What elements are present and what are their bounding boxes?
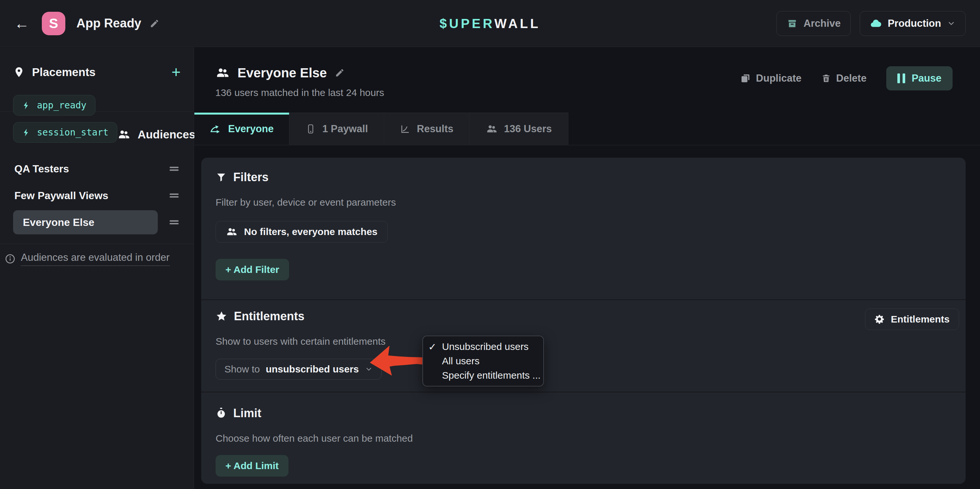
dropdown-value: unsubscribed users bbox=[266, 364, 359, 375]
menu-item-label: Unsubscribed users bbox=[442, 341, 528, 352]
placement-item-app-ready[interactable]: app_ready bbox=[13, 95, 95, 116]
tab-label: 1 Paywall bbox=[323, 123, 368, 135]
menu-item-label: Specify entitlements ... bbox=[442, 370, 541, 381]
audiences-order-note[interactable]: Audiences are evaluated in order bbox=[0, 252, 194, 266]
pause-label: Pause bbox=[912, 73, 942, 84]
drag-handle-icon[interactable] bbox=[167, 189, 181, 202]
app-title: App Ready bbox=[76, 16, 141, 30]
tab-results[interactable]: Results bbox=[384, 113, 469, 145]
manage-entitlements-button[interactable]: Entitlements bbox=[865, 308, 959, 330]
duplicate-icon bbox=[740, 73, 751, 84]
environment-selector[interactable]: Production bbox=[860, 11, 966, 36]
check-icon: ✓ bbox=[428, 341, 436, 352]
split-arrows-icon bbox=[210, 124, 221, 135]
page-title: Everyone Else bbox=[237, 66, 327, 80]
archive-button[interactable]: Archive bbox=[776, 11, 851, 36]
logo-accent: $UPER bbox=[440, 16, 495, 30]
cloud-icon bbox=[870, 17, 882, 29]
dropdown-prefix: Show to bbox=[224, 364, 260, 375]
sidebar: Placements + app_ready session_start bbox=[0, 47, 194, 489]
menu-item-all-users[interactable]: All users bbox=[423, 354, 543, 368]
audience-settings-card: Filters Filter by user, device or event … bbox=[201, 158, 966, 484]
edit-audience-name-icon[interactable] bbox=[335, 68, 345, 78]
drag-handle-icon[interactable] bbox=[167, 216, 181, 229]
tab-label: 136 Users bbox=[504, 123, 552, 135]
add-placement-button[interactable]: + bbox=[172, 64, 181, 80]
audience-people-icon bbox=[215, 66, 230, 80]
filters-section: Filters Filter by user, device or event … bbox=[201, 158, 966, 300]
audience-label: Few Paywall Views bbox=[13, 190, 108, 202]
manage-entitlements-label: Entitlements bbox=[891, 314, 950, 325]
entitlements-section: Entitlements Show to users with certain … bbox=[201, 300, 966, 392]
app-logo[interactable]: S bbox=[42, 12, 65, 35]
placement-item-session-start[interactable]: session_start bbox=[13, 122, 117, 143]
chip-label: No filters, everyone matches bbox=[244, 226, 378, 237]
bolt-icon bbox=[22, 101, 31, 110]
top-bar: ← S App Ready $UPERWALL Archive Producti… bbox=[0, 0, 980, 47]
stopwatch-icon bbox=[216, 407, 227, 419]
audience-label: Everyone Else bbox=[22, 216, 94, 229]
tab-label: Results bbox=[417, 123, 453, 135]
users-icon bbox=[486, 123, 498, 135]
filters-title: Filters bbox=[233, 170, 269, 184]
menu-item-specify-entitlements[interactable]: Specify entitlements ... bbox=[423, 368, 543, 383]
environment-label: Production bbox=[888, 17, 941, 29]
chevron-down-icon bbox=[947, 19, 956, 28]
duplicate-button[interactable]: Duplicate bbox=[740, 73, 802, 84]
tab-label: Everyone bbox=[228, 123, 274, 135]
no-filters-chip[interactable]: No filters, everyone matches bbox=[216, 221, 388, 243]
tab-paywall[interactable]: 1 Paywall bbox=[290, 113, 384, 145]
info-icon bbox=[5, 253, 16, 264]
add-limit-button[interactable]: + Add Limit bbox=[216, 455, 288, 476]
annotation-arrow bbox=[368, 341, 428, 379]
audiences-people-icon bbox=[117, 128, 130, 141]
tab-everyone[interactable]: Everyone bbox=[194, 113, 290, 145]
entitlements-title: Entitlements bbox=[234, 310, 304, 323]
audiences-title: Audiences bbox=[137, 128, 195, 141]
entitlements-dropdown-menu: ✓ Unsubscribed users All users Specify e… bbox=[422, 336, 544, 386]
phone-icon bbox=[305, 124, 316, 135]
chart-icon bbox=[400, 124, 410, 134]
placement-label: session_start bbox=[37, 127, 108, 138]
edit-app-title-icon[interactable] bbox=[150, 19, 159, 29]
show-to-dropdown[interactable]: Show to unsubscribed users bbox=[216, 359, 382, 379]
add-filter-button[interactable]: + Add Filter bbox=[216, 259, 289, 280]
back-button[interactable]: ← bbox=[14, 16, 29, 31]
trash-icon bbox=[821, 73, 831, 84]
placement-pin-icon bbox=[13, 66, 25, 78]
delete-label: Delete bbox=[836, 73, 867, 84]
audience-item-everyone-else[interactable]: Everyone Else bbox=[13, 209, 181, 236]
bolt-icon bbox=[22, 128, 31, 137]
placements-title: Placements bbox=[32, 66, 96, 79]
superwall-logo: $UPERWALL bbox=[440, 16, 541, 31]
limit-title: Limit bbox=[233, 406, 261, 420]
funnel-icon bbox=[216, 172, 227, 183]
app-logo-initial: S bbox=[49, 16, 58, 31]
audience-label: QA Testers bbox=[13, 163, 69, 175]
gear-icon bbox=[875, 314, 885, 324]
archive-icon bbox=[787, 18, 798, 29]
archive-label: Archive bbox=[803, 17, 841, 29]
star-icon bbox=[216, 310, 228, 322]
pause-button[interactable]: Pause bbox=[886, 66, 953, 90]
audience-item-few-paywall-views[interactable]: Few Paywall Views bbox=[13, 182, 181, 209]
delete-button[interactable]: Delete bbox=[821, 73, 867, 84]
entitlements-subtitle: Show to users with certain entitlements bbox=[216, 336, 951, 347]
menu-item-label: All users bbox=[442, 356, 480, 367]
tab-bar: Everyone 1 Paywall Results 136 Users bbox=[194, 113, 980, 145]
sidebar-divider bbox=[0, 243, 194, 244]
audience-item-qa-testers[interactable]: QA Testers bbox=[13, 156, 181, 182]
tab-users[interactable]: 136 Users bbox=[469, 113, 568, 145]
chip-people-icon bbox=[226, 226, 237, 238]
duplicate-label: Duplicate bbox=[756, 73, 802, 84]
main-content: Everyone Else 136 users matched in the l… bbox=[194, 47, 980, 489]
menu-item-unsubscribed-users[interactable]: ✓ Unsubscribed users bbox=[423, 340, 543, 354]
note-text: Audiences are evaluated in order bbox=[21, 252, 170, 266]
placement-label: app_ready bbox=[37, 100, 87, 111]
logo-rest: WALL bbox=[494, 16, 540, 30]
limit-subtitle: Choose how often each user can be matche… bbox=[216, 433, 951, 444]
filters-subtitle: Filter by user, device or event paramete… bbox=[216, 197, 951, 208]
drag-handle-icon[interactable] bbox=[167, 162, 181, 175]
pause-icon bbox=[897, 73, 905, 83]
limit-section: Limit Choose how often each user can be … bbox=[201, 392, 966, 484]
